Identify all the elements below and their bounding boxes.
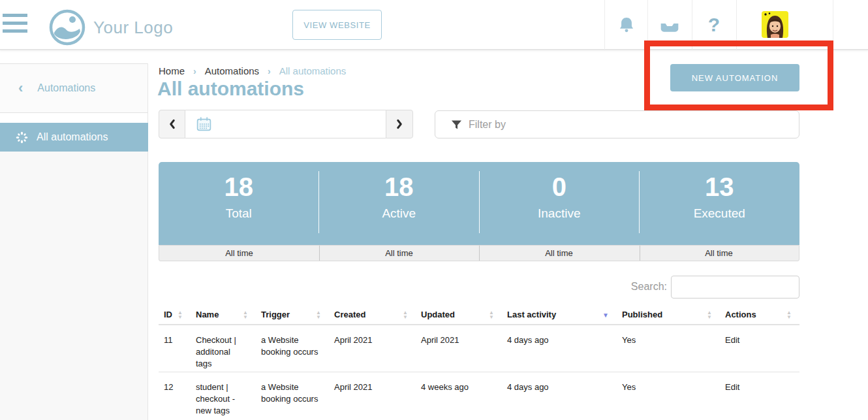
chevron-right-icon [395, 119, 403, 129]
cell-last-activity: 4 days ago [502, 372, 617, 420]
column-header-updated[interactable]: Updated ▲▼ [416, 306, 502, 324]
sort-icon[interactable]: ▲▼ [489, 311, 494, 320]
automations-table: ID ▲▼ Name ▲▼ Trigger ▲▼ Created ▲▼ Upda… [159, 306, 799, 420]
stat-executed[interactable]: 13 Executed [640, 162, 800, 245]
filter-input[interactable] [469, 119, 782, 131]
stats-summary: 18 Total 18 Active 0 Inactive 13 Execute… [159, 162, 799, 245]
breadcrumb-home[interactable]: Home [159, 65, 185, 76]
breadcrumb: Home › Automations › All automations [159, 65, 346, 76]
app-window: Your Logo VIEW WEBSITE ? [0, 0, 868, 420]
menu-icon[interactable] [3, 14, 29, 36]
help-button[interactable]: ? [692, 0, 736, 50]
edit-link[interactable]: Edit [720, 372, 799, 420]
table-row[interactable]: 11 Checkout | additonal tags a Website b… [159, 325, 799, 372]
stat-value: 18 [225, 172, 254, 202]
breadcrumb-automations[interactable]: Automations [205, 65, 259, 76]
stat-period: All time [639, 246, 799, 261]
stat-total[interactable]: 18 Total [159, 162, 319, 245]
strip-separator [479, 246, 480, 261]
sidebar-section-label: Automations [37, 82, 95, 94]
stat-value: 18 [384, 172, 414, 202]
stats-separator [639, 171, 640, 233]
column-header-actions[interactable]: Actions ▲▼ [720, 306, 799, 324]
search-row: Search: [159, 275, 799, 299]
table-row[interactable]: 12 student | checkout - new tags a Websi… [159, 372, 799, 420]
edit-link[interactable]: Edit [720, 325, 799, 372]
topbar: Your Logo VIEW WEBSITE ? [0, 0, 868, 50]
cell-trigger: a Website booking occurs [256, 372, 329, 420]
search-input[interactable] [671, 276, 799, 299]
column-header-name[interactable]: Name ▲▼ [191, 306, 256, 324]
sidebar-back-section[interactable]: ‹ Automations [0, 63, 147, 113]
stats-separator [479, 171, 480, 233]
cell-created: April 2021 [329, 372, 416, 420]
sidebar: ‹ Automations All au [0, 63, 148, 420]
sort-desc-icon[interactable]: ▼ [602, 312, 609, 319]
cell-trigger: a Website booking occurs [256, 325, 329, 372]
date-range-picker [159, 110, 413, 138]
cell-updated: April 2021 [416, 325, 502, 372]
date-range-input[interactable] [185, 110, 386, 138]
column-header-published[interactable]: Published ▲▼ [617, 306, 720, 324]
funnel-filter-icon [451, 120, 462, 130]
column-header-id[interactable]: ID ▲▼ [159, 306, 191, 324]
calendar-icon [196, 116, 212, 133]
sort-icon[interactable]: ▲▼ [707, 311, 712, 320]
topbar-divider [736, 0, 737, 50]
sort-icon[interactable]: ▲▼ [403, 311, 408, 320]
stat-active[interactable]: 18 Active [319, 162, 480, 245]
cell-id: 11 [159, 325, 191, 372]
table-header-row: ID ▲▼ Name ▲▼ Trigger ▲▼ Created ▲▼ Upda… [159, 306, 799, 325]
sidebar-item-label: All automations [37, 131, 108, 143]
stat-label: Inactive [538, 206, 580, 221]
stats-period-strip: All time All time All time All time [159, 245, 799, 261]
stat-period: All time [159, 246, 319, 261]
stats-separator [318, 171, 319, 233]
column-header-last-activity[interactable]: Last activity ▼ [502, 306, 617, 324]
automation-flower-icon [16, 131, 28, 144]
notifications-button[interactable] [605, 0, 648, 50]
stats-panel: 18 Total 18 Active 0 Inactive 13 Execute… [159, 162, 799, 261]
date-next-button[interactable] [386, 110, 413, 138]
date-prev-button[interactable] [159, 110, 185, 138]
logo[interactable]: Your Logo [49, 9, 173, 46]
filter-box [435, 110, 799, 138]
stat-period: All time [479, 246, 639, 261]
strip-separator [640, 246, 640, 261]
cell-published: Yes [617, 372, 720, 420]
logo-image-icon [49, 9, 85, 46]
cell-id: 12 [159, 372, 191, 420]
cell-published: Yes [617, 325, 720, 372]
stat-period: All time [319, 246, 479, 261]
strip-separator [319, 246, 320, 261]
avatar[interactable] [762, 11, 788, 38]
cell-created: April 2021 [329, 325, 416, 372]
question-mark-icon: ? [708, 14, 720, 36]
topbar-divider [833, 0, 833, 50]
stat-inactive[interactable]: 0 Inactive [479, 162, 640, 245]
new-automation-button[interactable]: NEW AUTOMATION [670, 64, 799, 91]
chevron-right-icon: › [268, 66, 271, 76]
cell-last-activity: 4 days ago [502, 325, 617, 372]
logo-text: Your Logo [93, 18, 173, 38]
cell-updated: 4 weeks ago [416, 372, 502, 420]
sort-icon[interactable]: ▲▼ [243, 311, 248, 320]
stat-value: 0 [552, 172, 566, 202]
sort-icon[interactable]: ▲▼ [786, 311, 792, 320]
inbox-tray-icon [659, 17, 680, 33]
stat-label: Active [382, 206, 416, 221]
inbox-button[interactable] [648, 0, 691, 50]
sort-icon[interactable]: ▲▼ [178, 311, 183, 320]
column-header-trigger[interactable]: Trigger ▲▼ [256, 306, 329, 324]
cell-name: student | checkout - new tags [191, 372, 256, 420]
stat-label: Executed [694, 206, 745, 221]
stat-value: 13 [705, 172, 734, 202]
sidebar-item-all-automations[interactable]: All automations [0, 123, 148, 152]
chevron-right-icon: › [193, 66, 196, 76]
chevron-left-icon [168, 119, 176, 129]
breadcrumb-current: All automations [279, 65, 347, 76]
sort-icon[interactable]: ▲▼ [316, 311, 321, 320]
column-header-created[interactable]: Created ▲▼ [329, 306, 416, 324]
view-website-button[interactable]: VIEW WEBSITE [292, 10, 382, 40]
chevron-left-icon: ‹ [18, 81, 23, 95]
